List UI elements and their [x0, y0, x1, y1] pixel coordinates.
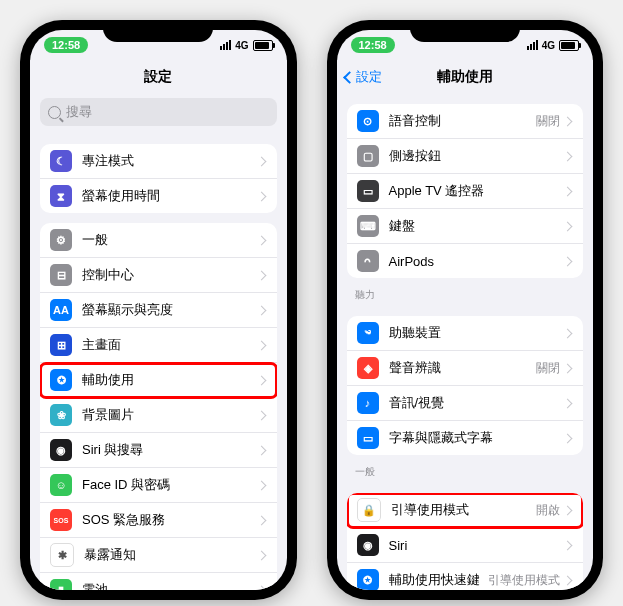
settings-row[interactable]: ☾專注模式: [40, 144, 277, 179]
settings-row[interactable]: SOSSOS 緊急服務: [40, 503, 277, 538]
chevron-right-icon: [256, 156, 266, 166]
nav-header: 設定 輔助使用: [337, 60, 594, 94]
row-label: 輔助使用快速鍵: [389, 571, 489, 589]
row-value: 引導使用模式: [488, 572, 560, 589]
back-button[interactable]: 設定: [345, 68, 382, 86]
row-label: 字幕與隱藏式字幕: [389, 429, 565, 447]
chevron-right-icon: [563, 363, 573, 373]
status-time: 12:58: [44, 37, 88, 53]
row-label: 音訊/視覺: [389, 394, 565, 412]
keyboard-icon: ⌨: [357, 215, 379, 237]
row-label: 鍵盤: [389, 217, 565, 235]
settings-row[interactable]: ⊟控制中心: [40, 258, 277, 293]
accessibility-icon: ✪: [50, 369, 72, 391]
focus-icon: ☾: [50, 150, 72, 172]
chevron-right-icon: [563, 398, 573, 408]
chevron-right-icon: [256, 305, 266, 315]
row-label: 助聽裝置: [389, 324, 565, 342]
status-time: 12:58: [351, 37, 395, 53]
row-label: AirPods: [389, 254, 565, 269]
row-label: 螢幕顯示與亮度: [82, 301, 258, 319]
settings-row[interactable]: ♪音訊/視覺: [347, 386, 584, 421]
row-label: 專注模式: [82, 152, 258, 170]
settings-row[interactable]: ☺Face ID 與密碼: [40, 468, 277, 503]
display-icon: AA: [50, 299, 72, 321]
settings-row[interactable]: ▢側邊按鈕: [347, 139, 584, 174]
settings-row[interactable]: ◈聲音辨識關閉: [347, 351, 584, 386]
settings-row[interactable]: ✱暴露通知: [40, 538, 277, 573]
chevron-right-icon: [563, 505, 573, 515]
guided-access-icon: 🔒: [357, 498, 381, 522]
row-label: 一般: [82, 231, 258, 249]
row-label: Siri 與搜尋: [82, 441, 258, 459]
chevron-right-icon: [563, 433, 573, 443]
settings-row[interactable]: ᴖAirPods: [347, 244, 584, 278]
shortcut-icon: ✪: [357, 569, 379, 590]
settings-row[interactable]: ✪輔助使用快速鍵引導使用模式: [347, 563, 584, 590]
chevron-right-icon: [563, 328, 573, 338]
settings-row[interactable]: ༄助聽裝置: [347, 316, 584, 351]
settings-row[interactable]: 🔒引導使用模式開啟: [347, 493, 584, 528]
general-icon: ⚙: [50, 229, 72, 251]
settings-group-1: ☾專注模式⧗螢幕使用時間: [40, 144, 277, 213]
settings-row[interactable]: ⊙語音控制關閉: [347, 104, 584, 139]
chevron-right-icon: [563, 116, 573, 126]
settings-row[interactable]: ✪輔助使用: [40, 363, 277, 398]
chevron-right-icon: [256, 340, 266, 350]
screen-right: 12:58 4G 設定 輔助使用 ⊙語音控制關閉▢側邊按鈕▭Apple TV 遙…: [337, 30, 594, 590]
row-label: 背景圖片: [82, 406, 258, 424]
row-label: 聲音辨識: [389, 359, 537, 377]
row-label: 螢幕使用時間: [82, 187, 258, 205]
content-left[interactable]: ☾專注模式⧗螢幕使用時間 ⚙一般⊟控制中心AA螢幕顯示與亮度⊞主畫面✪輔助使用❀…: [30, 134, 287, 590]
settings-row[interactable]: ⌨鍵盤: [347, 209, 584, 244]
row-label: 主畫面: [82, 336, 258, 354]
content-right[interactable]: ⊙語音控制關閉▢側邊按鈕▭Apple TV 遙控器⌨鍵盤ᴖAirPods 聽力 …: [337, 94, 594, 590]
row-label: 暴露通知: [84, 546, 258, 564]
row-label: Face ID 與密碼: [82, 476, 258, 494]
row-label: 側邊按鈕: [389, 147, 565, 165]
chevron-right-icon: [563, 151, 573, 161]
row-value: 關閉: [536, 360, 560, 377]
chevron-right-icon: [256, 480, 266, 490]
settings-row[interactable]: ▭字幕與隱藏式字幕: [347, 421, 584, 455]
chevron-right-icon: [563, 575, 573, 585]
settings-row[interactable]: AA螢幕顯示與亮度: [40, 293, 277, 328]
subtitles-icon: ▭: [357, 427, 379, 449]
row-label: 輔助使用: [82, 371, 258, 389]
voice-control-icon: ⊙: [357, 110, 379, 132]
hearing-icon: ༄: [357, 322, 379, 344]
search-input[interactable]: 搜尋: [40, 98, 277, 126]
back-label: 設定: [356, 68, 382, 86]
chevron-right-icon: [563, 540, 573, 550]
chevron-right-icon: [256, 585, 266, 590]
settings-group-2: ⚙一般⊟控制中心AA螢幕顯示與亮度⊞主畫面✪輔助使用❀背景圖片◉Siri 與搜尋…: [40, 223, 277, 590]
chevron-right-icon: [563, 186, 573, 196]
settings-row[interactable]: ▭Apple TV 遙控器: [347, 174, 584, 209]
settings-row[interactable]: ❀背景圖片: [40, 398, 277, 433]
battery-icon: [253, 40, 273, 51]
row-label: Apple TV 遙控器: [389, 182, 565, 200]
settings-row[interactable]: ⚙一般: [40, 223, 277, 258]
sos-icon: SOS: [50, 509, 72, 531]
settings-row[interactable]: ◉Siri: [347, 528, 584, 563]
settings-row[interactable]: ◉Siri 與搜尋: [40, 433, 277, 468]
row-label: 語音控制: [389, 112, 537, 130]
settings-row[interactable]: ▮電池: [40, 573, 277, 590]
accessibility-group-hearing: ༄助聽裝置◈聲音辨識關閉♪音訊/視覺▭字幕與隱藏式字幕: [347, 316, 584, 455]
signal-icon: [527, 40, 538, 50]
network-label: 4G: [542, 40, 555, 51]
notch: [410, 20, 520, 42]
chevron-right-icon: [256, 515, 266, 525]
settings-row[interactable]: ⧗螢幕使用時間: [40, 179, 277, 213]
phone-left: 12:58 4G 設定 搜尋 ☾專注模式⧗螢幕使用時間 ⚙一般⊟控制中心AA螢幕…: [20, 20, 297, 600]
chevron-right-icon: [256, 550, 266, 560]
status-right: 4G: [527, 40, 579, 51]
faceid-icon: ☺: [50, 474, 72, 496]
page-title: 輔助使用: [437, 68, 493, 86]
wallpaper-icon: ❀: [50, 404, 72, 426]
siri-icon: ◉: [357, 534, 379, 556]
control-center-icon: ⊟: [50, 264, 72, 286]
phone-right: 12:58 4G 設定 輔助使用 ⊙語音控制關閉▢側邊按鈕▭Apple TV 遙…: [327, 20, 604, 600]
row-label: SOS 緊急服務: [82, 511, 258, 529]
settings-row[interactable]: ⊞主畫面: [40, 328, 277, 363]
